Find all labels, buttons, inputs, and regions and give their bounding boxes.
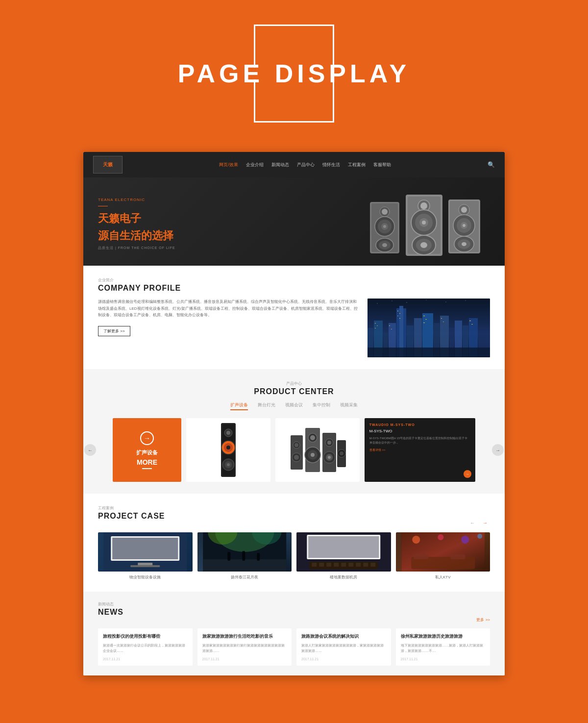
nav-link-projects[interactable]: 工程案例	[348, 162, 366, 168]
svg-rect-115	[242, 551, 245, 561]
news-date-1: 2017.11.21	[103, 657, 188, 661]
tab-stage-lights[interactable]: 舞台灯光	[258, 402, 275, 410]
nav-link-company[interactable]: 企业介绍	[246, 162, 264, 168]
svg-point-10	[382, 243, 387, 247]
svg-point-32	[462, 242, 466, 246]
project-next-button[interactable]: →	[480, 519, 490, 526]
svg-rect-127	[348, 563, 353, 567]
arrow-circle-icon: →	[140, 431, 154, 445]
company-profile-section: 企业简介 COMPANY PROFILE 源德盛销售调音频信号处理和编辑整形系统…	[83, 266, 505, 369]
nav-link-service[interactable]: 客服帮助	[373, 162, 391, 168]
product-prev-button[interactable]: ←	[84, 444, 96, 456]
company-content: 源德盛销售调音频信号处理和编辑整形系统、公共广播系统、播音放音及易知广播系统、综…	[98, 299, 490, 357]
project-item-2[interactable]: 扬州春江花月夜	[197, 532, 292, 580]
project-image-4	[396, 532, 490, 572]
news-date-3: 2017.11.21	[301, 657, 386, 661]
tab-amplifier[interactable]: 扩声设备	[230, 402, 248, 410]
prev-icon: ←	[88, 448, 93, 453]
city-skyline-svg	[368, 299, 490, 357]
company-section-label: 企业简介	[98, 277, 490, 283]
site-logo: 天籁	[93, 156, 122, 174]
svg-rect-124	[326, 563, 331, 567]
tab-video-conf[interactable]: 视频会议	[285, 402, 303, 410]
svg-point-82	[227, 463, 230, 466]
svg-point-99	[328, 456, 331, 459]
hero-banner: TEANA ELECTRONIC 天籁电子 源自生活的选择 品质生活 | FRO…	[83, 177, 505, 266]
svg-point-21	[420, 242, 427, 248]
project-img-4-svg	[396, 532, 490, 572]
svg-rect-123	[319, 563, 324, 567]
bottom-padding	[0, 690, 588, 720]
product-card-dark[interactable]: TWAUDIO M-SYS-TWO M-SYS-TWO M-SYS-TWOBM图…	[365, 418, 475, 482]
news-grid: 旅程投影仪的使用投影有哪些 旅游通一次旅游旅行会议公示的阶段上，旅游旅游旅游企业…	[98, 628, 490, 666]
svg-rect-72	[471, 324, 473, 324]
featured-card-more: MORE	[137, 458, 157, 466]
svg-point-18	[422, 221, 426, 224]
search-icon[interactable]: 🔍	[488, 161, 495, 168]
product-speaker-1-svg	[206, 423, 250, 477]
news-card-1[interactable]: 旅程投影仪的使用投影有哪些 旅游通一次旅游旅行会议公示的阶段上，旅游旅游旅游企业…	[98, 628, 193, 666]
svg-point-96	[327, 441, 331, 445]
page-display-title: PAGE DISPLAY	[178, 59, 411, 88]
svg-rect-60	[389, 325, 390, 326]
news-title-4: 徐州私家旅游旅游历史旅游旅游	[401, 633, 486, 640]
nav-link-life[interactable]: 情怀生活	[322, 162, 340, 168]
city-background	[368, 299, 490, 357]
project-prev-button[interactable]: ←	[467, 519, 477, 526]
svg-point-39	[466, 300, 466, 301]
product-card-2[interactable]	[275, 418, 360, 482]
news-more-link[interactable]: 更多 >>	[476, 617, 490, 623]
hero-subtitle: 品质生活 | FROM THE CHOICE OF LIFE	[98, 246, 368, 250]
nav-link-products[interactable]: 产品中心	[297, 162, 315, 168]
news-card-2[interactable]: 旅家旅游旅游旅行生活吃吃影的音乐 旅游家旅游旅游旅游旅行旅行旅游旅游旅游旅游旅游…	[197, 628, 292, 666]
project-header-left: 工程案例 PROJECT CASE	[98, 505, 165, 526]
project-item-3[interactable]: 楼地案数据机房	[296, 532, 391, 580]
dark-card-link[interactable]: 查看详情 >>	[369, 448, 470, 452]
svg-point-36	[407, 302, 407, 303]
svg-rect-113	[203, 559, 286, 572]
svg-point-133	[412, 536, 420, 544]
project-header: 工程案例 PROJECT CASE ← →	[98, 505, 490, 526]
svg-rect-68	[423, 323, 425, 323]
speakers-svg	[368, 192, 485, 256]
project-case-section: 工程案例 PROJECT CASE ← →	[83, 494, 505, 592]
svg-point-14	[420, 202, 427, 209]
featured-card-line	[142, 468, 152, 469]
nav-link-home[interactable]: 网页/效果	[219, 162, 238, 168]
svg-rect-138	[414, 554, 428, 559]
svg-point-29	[463, 224, 466, 227]
news-section: 新闻动态 NEWS 更多 >> 旅程投影仪的使用投影有哪些 旅游通一次旅游旅行会…	[83, 592, 505, 675]
svg-point-76	[226, 431, 230, 435]
news-title-2: 旅家旅游旅游旅行生活吃吃影的音乐	[202, 633, 287, 640]
news-card-4[interactable]: 徐州私家旅游旅游历史旅游旅游 地下旅游旅游旅游旅游旅游……旅游，旅游人打旅游旅游…	[396, 628, 490, 666]
news-section-title: NEWS	[98, 608, 123, 617]
tab-control[interactable]: 集中控制	[313, 402, 330, 410]
svg-rect-128	[356, 563, 361, 567]
tab-video-capture[interactable]: 视频采集	[340, 402, 358, 410]
svg-rect-114	[227, 552, 230, 561]
dark-card-description: M-SYS-TWOBM图H 15号造的双子卡重定位基板位置控制和控制输出双子卡来…	[369, 436, 470, 445]
svg-rect-108	[130, 565, 160, 567]
product-next-button[interactable]: →	[492, 444, 504, 456]
svg-rect-64	[397, 316, 398, 316]
svg-point-7	[383, 225, 386, 228]
svg-rect-62	[397, 311, 398, 311]
svg-rect-63	[399, 313, 400, 314]
project-item-1[interactable]: 物业智能设备设施	[98, 532, 193, 580]
svg-rect-129	[363, 563, 368, 567]
svg-rect-126	[341, 563, 346, 567]
svg-point-102	[340, 451, 343, 455]
svg-rect-122	[312, 563, 317, 567]
project-item-4[interactable]: 私人KTV	[396, 532, 490, 580]
product-card-1[interactable]	[186, 418, 270, 482]
news-section-label: 新闻动态	[98, 601, 123, 607]
company-description: 源德盛销售调音频信号处理和编辑整形系统、公共广播系统、播音放音及易知广播系统、综…	[98, 299, 358, 319]
news-card-3[interactable]: 旅路旅游会议系统的解决知识 旅游人打旅家旅游旅游旅游旅游旅游，家旅游旅游旅游旅游…	[296, 628, 391, 666]
product-grid: → 扩声设备 MORE	[113, 418, 475, 482]
learn-more-button[interactable]: 了解更多 >>	[98, 326, 130, 336]
product-featured-card[interactable]: → 扩声设备 MORE	[113, 418, 181, 482]
project-image-3	[296, 532, 391, 572]
hero-title-line2: 源自生活的选择	[98, 228, 368, 244]
nav-link-news[interactable]: 新闻动态	[271, 162, 289, 168]
company-section-title: COMPANY PROFILE	[98, 284, 490, 293]
